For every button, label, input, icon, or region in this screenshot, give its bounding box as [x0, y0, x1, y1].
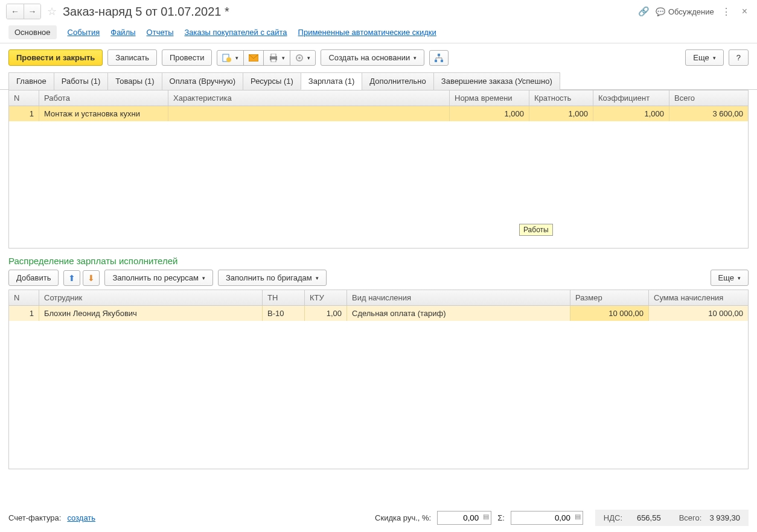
tree-icon	[435, 54, 443, 62]
total-label: Всего:	[679, 513, 702, 522]
main-toolbar: Провести и закрыть Записать Провести ▾ ▾…	[0, 43, 757, 72]
cell-accr: Сдельная оплата (тариф)	[347, 306, 570, 321]
tab-completion[interactable]: Завершение заказа (Успешно)	[433, 72, 560, 90]
help-button[interactable]: ?	[729, 49, 749, 66]
cell-work: Монтаж и установка кухни	[39, 106, 168, 121]
sigma-label: Σ:	[497, 513, 505, 522]
col-n2[interactable]: N	[9, 290, 39, 305]
sigma-input[interactable]	[511, 511, 583, 525]
col-work[interactable]: Работа	[39, 90, 168, 106]
discount-label: Скидка руч., %:	[375, 513, 431, 522]
tab-payment[interactable]: Оплата (Вручную)	[162, 72, 243, 90]
add-button[interactable]: Добавить	[8, 270, 59, 286]
discount-input[interactable]	[437, 511, 491, 525]
mail-button[interactable]	[243, 50, 264, 66]
discuss-label: Обсуждение	[668, 7, 714, 16]
total-value: 3 939,30	[704, 513, 740, 522]
create-based-label: Создать на основании	[328, 53, 410, 62]
cell-emp: Блохин Леонид Якубович	[39, 306, 263, 321]
nds-label: НДС:	[604, 513, 622, 522]
more-button[interactable]: Еще ▾	[685, 49, 723, 66]
section-title: Распределение зарплаты исполнителей	[8, 249, 749, 270]
tab-works[interactable]: Работы (1)	[54, 72, 109, 90]
employees-grid: N Сотрудник ТН КТУ Вид начисления Размер…	[8, 290, 749, 469]
invoice-label: Счет-фактура:	[8, 513, 61, 522]
col-norm[interactable]: Норма времени	[450, 90, 529, 106]
sub-toolbar: Добавить ⬆ ⬇ Заполнить по ресурсам ▾ Зап…	[8, 270, 749, 290]
table-row[interactable]: 1 Блохин Леонид Якубович В-10 1,00 Сдель…	[9, 306, 748, 321]
create-based-button[interactable]: Создать на основании ▾	[321, 49, 424, 66]
print-button[interactable]: ▾	[263, 50, 290, 66]
doc-action-group: ▾ ▾ ▾	[217, 50, 316, 66]
post-close-button[interactable]: Провести и закрыть	[8, 49, 103, 66]
nds-value: 656,55	[625, 513, 661, 522]
forward-button[interactable]: →	[24, 4, 40, 19]
nav-tab-events[interactable]: События	[68, 28, 100, 37]
discuss-button[interactable]: 💬 Обсуждение	[656, 7, 714, 16]
tab-additional[interactable]: Дополнительно	[362, 72, 434, 90]
nav-tab-main[interactable]: Основное	[8, 25, 57, 39]
totals-box: НДС: 656,55 Всего: 3 939,30	[595, 510, 749, 526]
col-char[interactable]: Характеристика	[168, 90, 450, 106]
cell-sum: 10 000,00	[649, 306, 748, 321]
cell-norm: 1,000	[450, 106, 529, 121]
more-button-2[interactable]: Еще ▾	[711, 270, 749, 286]
col-sum[interactable]: Сумма начисления	[649, 290, 748, 305]
footer: Счет-фактура: создать Скидка руч., %: Σ:…	[0, 504, 757, 532]
cell-n: 1	[9, 106, 39, 121]
close-icon[interactable]: ×	[738, 6, 751, 17]
table-row[interactable]: 1 Монтаж и установка кухни 1,000 1,000 1…	[9, 106, 748, 121]
nav-tab-files[interactable]: Файлы	[110, 28, 135, 37]
svg-point-1	[226, 57, 231, 62]
post-button[interactable]: Провести	[162, 49, 212, 66]
more-label-2: Еще	[718, 273, 734, 282]
cell-tn: В-10	[263, 306, 305, 321]
invoice-create-link[interactable]: создать	[67, 513, 95, 522]
nav-tab-siteorders[interactable]: Заказы покупателей с сайта	[185, 28, 287, 37]
col-total[interactable]: Всего	[669, 90, 748, 106]
works-grid-header: N Работа Характеристика Норма времени Кр…	[9, 90, 748, 106]
arrow-buttons: ⬆ ⬇	[63, 270, 100, 286]
move-down-button[interactable]: ⬇	[83, 270, 100, 286]
fill-brigades-button[interactable]: Заполнить по бригадам ▾	[218, 270, 327, 286]
col-coef[interactable]: Коэффициент	[593, 90, 669, 106]
more-label: Еще	[693, 53, 709, 62]
gear-icon	[295, 54, 304, 62]
back-button[interactable]: ←	[7, 4, 24, 19]
tab-main[interactable]: Главное	[8, 72, 54, 90]
col-n[interactable]: N	[9, 90, 39, 106]
doc-icon-button[interactable]: ▾	[217, 50, 244, 66]
document-icon	[222, 54, 232, 62]
nav-tab-reports[interactable]: Отчеты	[147, 28, 174, 37]
fill-res-label: Заполнить по ресурсам	[112, 273, 199, 282]
favorite-icon[interactable]: ☆	[47, 5, 57, 18]
col-tn[interactable]: ТН	[263, 290, 305, 305]
move-up-button[interactable]: ⬆	[63, 270, 80, 286]
cell-coef: 1,000	[593, 106, 669, 121]
nav-tab-autodiscounts[interactable]: Примененные автоматические скидки	[298, 28, 436, 37]
arrow-up-icon: ⬆	[68, 273, 75, 283]
fill-resources-button[interactable]: Заполнить по ресурсам ▾	[104, 270, 213, 286]
more-menu-icon[interactable]: ⋮	[718, 6, 735, 17]
tab-resources[interactable]: Ресурсы (1)	[243, 72, 301, 90]
col-size[interactable]: Размер	[570, 290, 649, 305]
link-icon[interactable]: 🔗	[636, 6, 652, 17]
structure-button[interactable]	[429, 50, 449, 66]
works-grid-body[interactable]: 1 Монтаж и установка кухни 1,000 1,000 1…	[9, 106, 748, 248]
tooltip: Работы	[519, 224, 553, 236]
page-title: Заказ-наряд 5 от 01.07.2021 *	[63, 5, 632, 19]
col-mult[interactable]: Кратность	[529, 90, 593, 106]
col-accr[interactable]: Вид начисления	[347, 290, 570, 305]
chevron-down-icon: ▾	[307, 55, 310, 61]
svg-point-7	[298, 57, 301, 59]
col-emp[interactable]: Сотрудник	[39, 290, 263, 305]
save-button[interactable]: Записать	[107, 49, 157, 66]
col-ktu[interactable]: КТУ	[305, 290, 347, 305]
employees-grid-body[interactable]: 1 Блохин Леонид Якубович В-10 1,00 Сдель…	[9, 306, 748, 469]
cell-char	[168, 106, 450, 121]
settings-button[interactable]: ▾	[290, 50, 316, 66]
doc-tabs: Главное Работы (1) Товары (1) Оплата (Вр…	[0, 72, 757, 90]
tab-goods[interactable]: Товары (1)	[107, 72, 162, 90]
svg-rect-5	[271, 59, 276, 62]
tab-salary[interactable]: Зарплата (1)	[301, 72, 362, 90]
